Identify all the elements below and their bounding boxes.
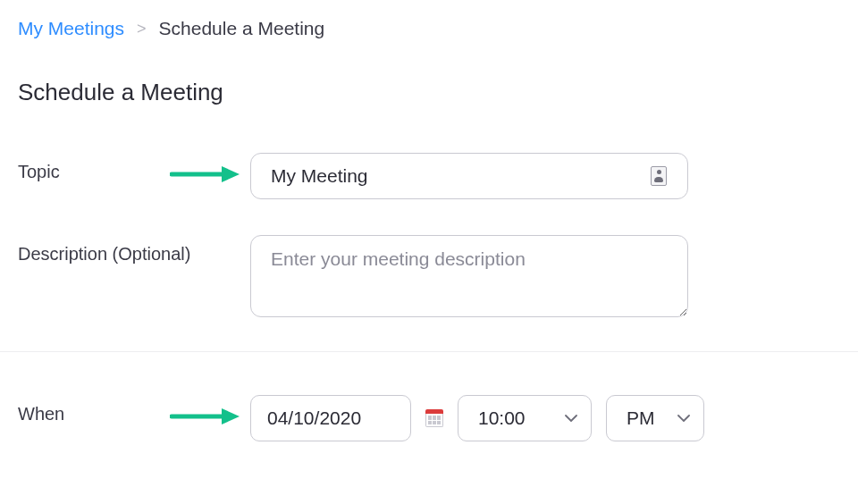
- chevron-right-icon: >: [137, 20, 147, 38]
- row-topic: Topic: [18, 142, 840, 226]
- row-when: When: [18, 379, 840, 458]
- section-divider: [0, 351, 858, 352]
- label-description: Description (Optional): [18, 244, 190, 264]
- contact-card-icon: [651, 166, 667, 186]
- time-select[interactable]: [458, 395, 592, 441]
- breadcrumb-current: Schedule a Meeting: [159, 18, 325, 39]
- topic-input[interactable]: [250, 153, 688, 199]
- label-when: When: [18, 404, 64, 424]
- page-title: Schedule a Meeting: [18, 79, 840, 106]
- row-description: Description (Optional): [18, 226, 840, 344]
- breadcrumb: My Meetings > Schedule a Meeting: [18, 18, 840, 39]
- date-input[interactable]: [250, 395, 411, 441]
- ampm-select[interactable]: [606, 395, 704, 441]
- calendar-icon[interactable]: [425, 409, 443, 427]
- breadcrumb-link-my-meetings[interactable]: My Meetings: [18, 18, 124, 39]
- description-textarea[interactable]: [250, 235, 688, 317]
- label-topic: Topic: [18, 162, 60, 181]
